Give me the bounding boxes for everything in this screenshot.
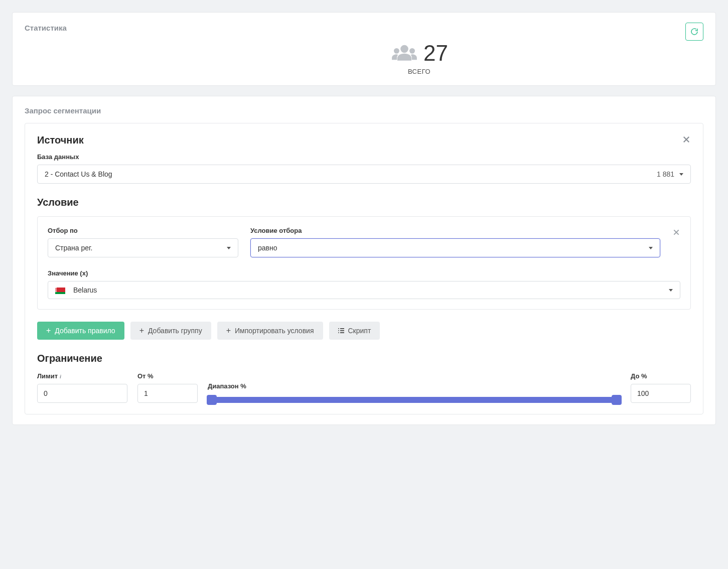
svg-point-2 [409, 48, 415, 54]
condition-box: Отбор по Страна рег. Условие отбора равн… [37, 216, 691, 310]
plus-icon: + [46, 327, 51, 335]
segmentation-title: Запрос сегментации [25, 106, 703, 115]
stat-count-label: ВСЕГО [408, 68, 430, 75]
database-value: 2 - Contact Us & Blog [45, 170, 112, 178]
chevron-down-icon [227, 247, 231, 249]
slider-handle-left[interactable] [207, 395, 217, 405]
stats-title: Статистика [25, 24, 67, 32]
filter-by-value: Страна рег. [55, 244, 92, 252]
add-rule-label: Добавить правило [55, 327, 115, 335]
range-percent-label: Диапазон % [208, 382, 621, 390]
database-label: База данных [37, 153, 691, 161]
import-conditions-button[interactable]: + Импортировать условия [217, 322, 323, 340]
refresh-button[interactable] [685, 23, 703, 41]
users-icon [390, 43, 418, 64]
limits-heading: Ограничение [37, 353, 691, 364]
add-group-button[interactable]: + Добавить группу [130, 322, 211, 340]
refresh-icon [690, 28, 698, 36]
condition-heading: Условие [37, 197, 691, 208]
close-icon [682, 135, 691, 144]
from-percent-input[interactable] [137, 384, 198, 403]
list-icon [338, 328, 344, 333]
add-rule-button[interactable]: + Добавить правило [37, 322, 124, 340]
script-label: Скрипт [348, 327, 371, 335]
filter-by-select[interactable]: Страна рег. [48, 238, 238, 257]
range-slider[interactable] [208, 397, 621, 403]
value-label: Значение (x) [48, 269, 680, 277]
source-heading: Источник [37, 134, 84, 146]
svg-point-1 [394, 48, 399, 54]
slider-handle-right[interactable] [612, 395, 622, 405]
value-text: Belarus [73, 286, 97, 294]
add-group-label: Добавить группу [148, 327, 202, 335]
remove-condition-button[interactable] [672, 227, 680, 238]
stat-total-block: 27 ВСЕГО [135, 41, 703, 75]
plus-icon: + [139, 327, 144, 335]
flag-belarus-icon [55, 288, 65, 294]
import-conditions-label: Импортировать условия [235, 327, 314, 335]
chevron-down-icon [649, 247, 653, 249]
plus-icon: + [226, 327, 231, 335]
close-icon [672, 228, 680, 236]
stats-panel: Статистика 27 ВСЕГО [12, 12, 716, 86]
limit-label: Лимитi [37, 372, 127, 380]
limit-input[interactable] [37, 384, 127, 403]
value-select[interactable]: Belarus [48, 281, 680, 299]
chevron-down-icon [669, 289, 673, 292]
svg-point-0 [400, 45, 408, 53]
operator-value: равно [258, 244, 277, 252]
to-percent-input[interactable] [631, 384, 691, 403]
info-icon[interactable]: i [60, 373, 61, 379]
operator-label: Условие отбора [250, 227, 660, 234]
script-button[interactable]: Скрипт [329, 322, 380, 340]
stat-count: 27 [423, 41, 448, 66]
from-percent-label: От % [137, 372, 198, 380]
operator-select[interactable]: равно [250, 238, 660, 257]
close-source-button[interactable] [682, 135, 691, 146]
to-percent-label: До % [631, 372, 691, 380]
database-select[interactable]: 2 - Contact Us & Blog 1 881 [37, 165, 691, 184]
chevron-down-icon [679, 173, 683, 176]
filter-by-label: Отбор по [48, 227, 238, 234]
segmentation-panel: Запрос сегментации Источник База данных … [12, 96, 716, 425]
database-count: 1 881 [657, 170, 674, 178]
source-block: Источник База данных 2 - Contact Us & Bl… [25, 123, 703, 414]
